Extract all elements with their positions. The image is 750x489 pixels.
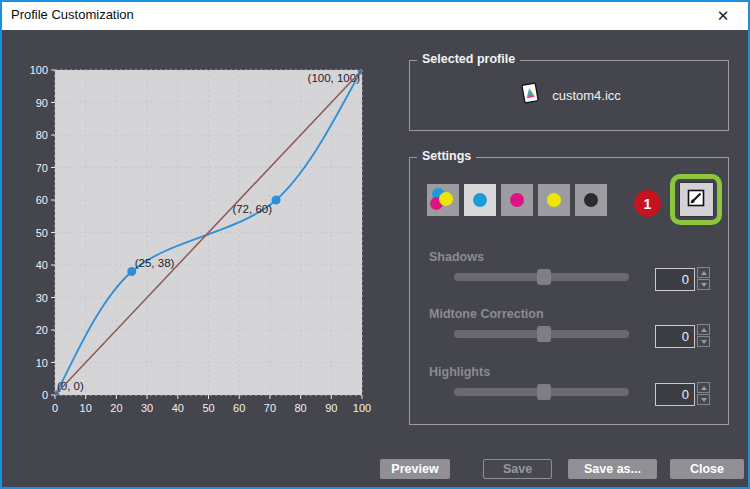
x-tick-label: 0 [52, 402, 58, 414]
highlights-spinner [697, 382, 710, 405]
spin-up-button[interactable] [697, 324, 710, 335]
title-bar[interactable]: Profile Customization ✕ [0, 0, 750, 30]
slider-row-midtone: Midtone Correction 0 [410, 307, 728, 362]
channel-button-black[interactable] [575, 184, 607, 216]
arrow-up-icon [701, 271, 707, 275]
point-label: (72, 60) [232, 203, 272, 215]
profile-row[interactable]: custom4.icc [410, 61, 728, 130]
midtone-spinner [697, 324, 710, 347]
midtone-slider-thumb[interactable] [537, 326, 551, 342]
close-icon[interactable]: ✕ [706, 4, 740, 27]
spin-up-button[interactable] [697, 267, 710, 278]
y-tick-label: 10 [36, 357, 48, 369]
y-tick-label: 40 [36, 259, 48, 271]
preview-button[interactable]: Preview [380, 459, 450, 479]
slider-row-shadows: Shadows 0 [410, 250, 728, 305]
midtone-value-input[interactable]: 0 [655, 325, 695, 348]
arrow-down-icon [701, 340, 707, 344]
y-tick-label: 0 [42, 389, 48, 401]
spin-down-button[interactable] [697, 336, 710, 347]
x-tick-label: 60 [233, 402, 245, 414]
highlights-slider-thumb[interactable] [537, 384, 551, 400]
highlights-value-input[interactable]: 0 [655, 383, 695, 406]
shadows-label: Shadows [429, 250, 484, 264]
x-tick-label: 20 [110, 402, 122, 414]
channel-button-all[interactable] [427, 184, 459, 216]
highlight-outline [670, 174, 722, 225]
yellow-dot-icon [439, 192, 453, 206]
shadows-slider-thumb[interactable] [537, 269, 551, 285]
icc-profile-icon [517, 80, 543, 112]
profile-customization-dialog: Profile Customization ✕ 0102030405060708… [0, 0, 750, 489]
tone-curve-chart[interactable]: 0102030405060708090100010203040506070809… [0, 60, 380, 432]
cyan-dot-icon [473, 193, 487, 207]
settings-group: Settings 1 [409, 157, 729, 425]
shadows-slider[interactable] [454, 273, 629, 281]
highlights-slider[interactable] [454, 388, 629, 396]
point-label: (100, 100) [308, 72, 361, 84]
x-tick-label: 50 [202, 402, 214, 414]
save-as-button[interactable]: Save as... [568, 459, 657, 479]
close-button[interactable]: Close [670, 459, 744, 479]
x-tick-label: 70 [264, 402, 276, 414]
y-tick-label: 80 [36, 129, 48, 141]
selected-profile-group: Selected profile custom4.icc [409, 60, 729, 131]
profile-file-name: custom4.icc [552, 88, 621, 103]
selected-profile-label: Selected profile [417, 52, 520, 66]
slider-row-highlights: Highlights 0 [410, 365, 728, 420]
x-tick-label: 80 [294, 402, 306, 414]
x-tick-label: 100 [353, 402, 371, 414]
yellow-dot-icon [547, 193, 561, 207]
linear-curve-icon [687, 189, 705, 211]
linear-curve-button[interactable] [679, 182, 714, 217]
window-title: Profile Customization [11, 7, 134, 22]
midtone-label: Midtone Correction [429, 307, 544, 321]
point-label: (25, 38) [135, 257, 175, 269]
midtone-slider[interactable] [454, 330, 629, 338]
y-tick-label: 50 [36, 227, 48, 239]
point-label: (0, 0) [57, 380, 84, 392]
channel-button-magenta[interactable] [501, 184, 533, 216]
y-tick-label: 70 [36, 162, 48, 174]
y-tick-label: 100 [30, 64, 48, 76]
settings-label: Settings [417, 149, 476, 163]
channel-button-cyan[interactable] [464, 184, 496, 216]
y-tick-label: 20 [36, 324, 48, 336]
spin-up-button[interactable] [697, 382, 710, 393]
y-tick-label: 30 [36, 292, 48, 304]
shadows-value-input[interactable]: 0 [655, 268, 695, 291]
arrow-up-icon [701, 386, 707, 390]
highlights-label: Highlights [429, 365, 490, 379]
x-tick-label: 10 [80, 402, 92, 414]
spin-down-button[interactable] [697, 279, 710, 290]
arrow-down-icon [701, 283, 707, 287]
y-tick-label: 90 [36, 97, 48, 109]
save-button[interactable]: Save [483, 459, 552, 479]
channel-button-yellow[interactable] [538, 184, 570, 216]
x-tick-label: 30 [141, 402, 153, 414]
annotation-badge-number: 1 [644, 196, 652, 212]
curve-point[interactable] [272, 196, 281, 205]
magenta-dot-icon [510, 193, 524, 207]
channel-button-row [427, 184, 607, 216]
arrow-down-icon [701, 398, 707, 402]
spin-down-button[interactable] [697, 394, 710, 405]
arrow-up-icon [701, 328, 707, 332]
shadows-spinner [697, 267, 710, 290]
black-dot-icon [584, 193, 598, 207]
x-tick-label: 40 [172, 402, 184, 414]
annotation-badge: 1 [634, 190, 661, 217]
x-tick-label: 90 [325, 402, 337, 414]
y-tick-label: 60 [36, 194, 48, 206]
